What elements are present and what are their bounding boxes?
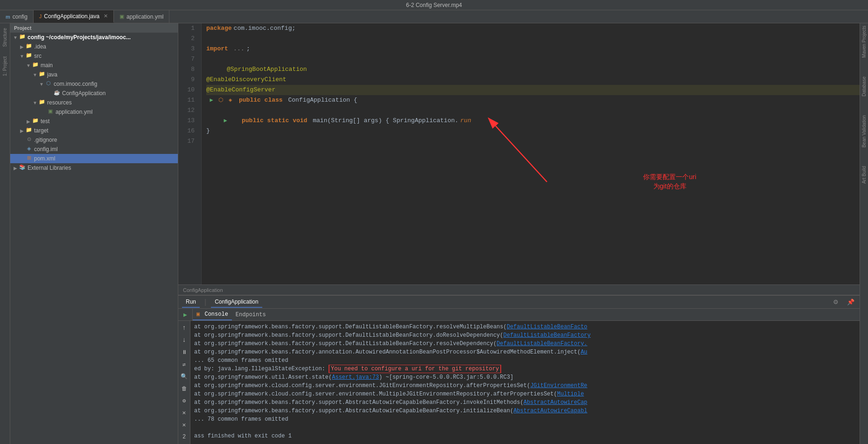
tree-label-gitignore: .gitignore xyxy=(34,137,57,143)
tree-item-pom[interactable]: ▶ ⊞ pom.xml xyxy=(10,154,178,163)
run-gutter-13[interactable]: ▶ xyxy=(222,116,229,126)
art-build-panel-label[interactable]: Art Build xyxy=(861,166,867,184)
title-text: 6-2 Config Server.mp4 xyxy=(406,2,462,8)
tree-arrow-test: ▶ xyxy=(25,119,32,124)
tab-application-yml[interactable]: ▣ application.yml xyxy=(114,10,169,23)
cross-btn[interactable]: ✕ xyxy=(179,420,189,430)
num-btn[interactable]: 2 xyxy=(179,432,189,442)
log-line-12: ... 78 common frames omitted xyxy=(194,415,856,423)
log-link-10[interactable]: AbstractAutowireCap xyxy=(524,399,588,406)
log-line-13 xyxy=(194,423,856,432)
log-text-9: at org.springframework.cloud.config.serv… xyxy=(194,391,557,397)
tree-item-main[interactable]: ▼ 📁 main xyxy=(10,61,178,70)
run-tab-config-app[interactable]: ConfigApplication xyxy=(211,297,262,308)
log-line-11: at org.springframework.beans.factory.sup… xyxy=(194,407,856,415)
console-tabs-bar: ▶ ▣ Console Endpoints xyxy=(178,309,860,321)
package-name: com.imooc.config; xyxy=(234,23,296,34)
folder-icon-config: 📁 xyxy=(19,34,26,41)
panel-settings-btn[interactable]: ⚙ xyxy=(831,297,841,307)
tree-item-idea[interactable]: ▶ 📁 .idea xyxy=(10,42,178,51)
wrap-btn[interactable]: ⇄ xyxy=(179,359,189,369)
close-icon[interactable]: ✕ xyxy=(104,13,108,19)
scroll-up-btn[interactable]: ↑ xyxy=(179,323,189,333)
tree-arrow-src: ▼ xyxy=(19,54,25,59)
line-num-11: 11 xyxy=(178,95,197,105)
tree-item-gitignore[interactable]: ▶ ⊙ .gitignore xyxy=(10,135,178,145)
status-filename: ConfigApplication xyxy=(183,287,223,293)
coverage-gutter-icon[interactable]: ◈ xyxy=(229,95,237,105)
log-line-6: ed by: java.lang.IllegalStateException: … xyxy=(194,365,856,373)
line-num-3: 3 xyxy=(178,44,197,54)
tree-item-iml[interactable]: ▶ ◈ config.iml xyxy=(10,145,178,154)
tree-item-target[interactable]: ▶ 📁 target xyxy=(10,126,178,135)
console-icon: ▣ xyxy=(196,311,200,318)
run-btn[interactable]: ▶ xyxy=(180,310,190,320)
project-panel-label[interactable]: 1: Project xyxy=(2,56,7,76)
keyword-import: import xyxy=(206,44,228,54)
run-console-tab[interactable]: ▣ Console xyxy=(193,309,232,320)
run-tab-run[interactable]: Run xyxy=(182,297,200,308)
panel-pin-btn[interactable]: 📌 xyxy=(846,297,856,307)
folder-icon-main: 📁 xyxy=(32,62,39,69)
tree-item-src[interactable]: ▼ 📁 src xyxy=(10,51,178,61)
bean-validation-panel-label[interactable]: Bean Validation xyxy=(861,115,867,147)
log-link-8[interactable]: JGitEnvironmentRe xyxy=(530,382,587,389)
tree-item-test[interactable]: ▶ 📁 test xyxy=(10,117,178,126)
settings-btn[interactable]: ⚙ xyxy=(179,395,189,406)
code-line-9: @EnableDiscoveryClient xyxy=(206,75,860,85)
main-layout: Structure 1: Project Project ▼ 📁 config … xyxy=(0,23,868,444)
tree-label-target: target xyxy=(34,127,49,134)
run-panel: Run | ConfigApplication ⚙ 📌 ▶ ▣ Console xyxy=(178,295,860,444)
tree-item-java[interactable]: ▼ 📁 java xyxy=(10,70,178,79)
java-tab-icon: J xyxy=(39,14,42,19)
tree-item-external-libs[interactable]: ▶ 📚 External Libraries xyxy=(10,163,178,173)
run-log-content[interactable]: at org.springframework.beans.factory.sup… xyxy=(190,321,860,444)
tree-item-resources[interactable]: ▼ 📁 resources xyxy=(10,98,178,107)
database-panel-label[interactable]: Database xyxy=(861,76,867,97)
tab-config-application[interactable]: J ConfigApplication.java ✕ xyxy=(34,10,114,23)
log-link-1[interactable]: DefaultListableBeanFacto xyxy=(507,324,588,330)
log-line-5: ... 65 common frames omitted xyxy=(194,356,856,365)
scroll-down-btn[interactable]: ↓ xyxy=(179,335,189,345)
tab-config[interactable]: m config xyxy=(0,10,34,23)
log-text-3: at org.springframework.beans.factory.sup… xyxy=(194,340,497,347)
run-panel-header: Run | ConfigApplication ⚙ 📌 xyxy=(178,296,860,309)
pin-btn[interactable]: ✕ xyxy=(179,408,189,418)
tree-label-src: src xyxy=(34,53,42,59)
structure-panel-label[interactable]: Structure xyxy=(2,28,7,47)
tree-label-config: config ~/code/myProjects/java/imooc... xyxy=(28,34,131,41)
tree-item-config-root[interactable]: ▼ 📁 config ~/code/myProjects/java/imooc.… xyxy=(10,33,178,42)
code-editor[interactable]: 1 2 3 7 8 9 10 11 12 13 16 17 package co… xyxy=(178,23,860,284)
debug-gutter-icon[interactable]: ⬡ xyxy=(218,95,227,105)
tree-label-java: java xyxy=(47,71,57,78)
tree-item-application-yml[interactable]: ▶ ▣ application.yml xyxy=(10,107,178,117)
tree-arrow-resources: ▼ xyxy=(32,100,38,105)
log-line-7: at org.springframework.util.Assert.state… xyxy=(194,373,856,382)
log-link-3[interactable]: DefaultListableBeanFactory. xyxy=(497,340,587,347)
log-link-7[interactable]: Assert.java:73 xyxy=(332,374,379,381)
run-endpoints-tab[interactable]: Endpoints xyxy=(232,310,270,320)
yml-file-icon: ▣ xyxy=(47,108,54,116)
log-text-4: at org.springframework.beans.factory.ann… xyxy=(194,349,581,355)
log-link-9[interactable]: Multiple xyxy=(557,391,584,397)
maven-panel-label[interactable]: Maven Projects xyxy=(861,26,867,58)
tree-arrow-config: ▼ xyxy=(12,35,19,40)
tree-item-package[interactable]: ▼ ⬡ com.imooc.config xyxy=(10,79,178,89)
log-line-14: ass finished with exit code 1 xyxy=(194,432,856,440)
log-link-4[interactable]: Au xyxy=(581,349,587,355)
filter-btn[interactable]: 🔍 xyxy=(179,371,189,382)
tree-label-resources: resources xyxy=(47,99,72,106)
log-link-11[interactable]: AbstractAutowireCapabl xyxy=(513,408,587,414)
run-gutter-icon[interactable]: ▶ xyxy=(206,95,217,105)
clear-btn[interactable]: 🗑 xyxy=(179,383,189,394)
log-text-12: ... 78 common frames omitted xyxy=(194,416,288,423)
tree-label-ext: External Libraries xyxy=(28,165,71,171)
tree-item-config-application[interactable]: ▶ ☕ ConfigApplication xyxy=(10,89,178,98)
class-name: ConfigApplication { xyxy=(285,95,357,105)
log-link-2[interactable]: DefaultListableBeanFactory xyxy=(504,332,591,339)
content-area: 1 2 3 7 8 9 10 11 12 13 16 17 package co… xyxy=(178,23,860,444)
pause-btn[interactable]: ⏸ xyxy=(179,347,189,357)
code-content[interactable]: package com.imooc.config; import ... ; @… xyxy=(202,23,860,284)
method-run: run xyxy=(460,116,471,126)
tree-label-package: com.imooc.config xyxy=(54,81,97,87)
